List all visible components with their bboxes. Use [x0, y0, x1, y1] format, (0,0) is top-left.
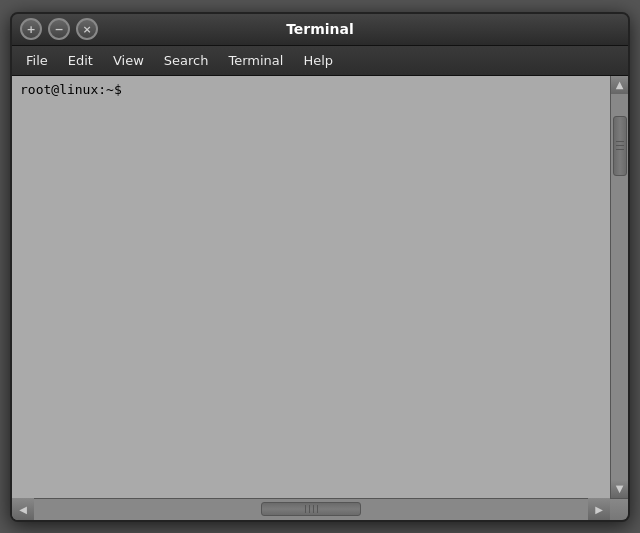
grip-line-2 [616, 145, 624, 146]
scroll-up-button[interactable]: ▲ [611, 76, 629, 94]
scroll-right-button[interactable]: ▶ [588, 498, 610, 520]
terminal-window: + − × Terminal File Edit View Search Ter… [10, 12, 630, 522]
vertical-scrollbar: ▲ ▼ [610, 76, 628, 498]
minimize-button[interactable]: − [48, 18, 70, 40]
grip-line-3 [616, 149, 624, 150]
menu-view[interactable]: View [103, 49, 154, 72]
hgrip-line-3 [313, 505, 314, 513]
menu-help[interactable]: Help [293, 49, 343, 72]
scroll-down-button[interactable]: ▼ [611, 480, 629, 498]
hscroll-grip [305, 505, 318, 513]
menu-edit[interactable]: Edit [58, 49, 103, 72]
titlebar: + − × Terminal [12, 14, 628, 46]
terminal-prompt: root@linux:~$ [20, 82, 122, 97]
grip-line-1 [616, 141, 624, 142]
hgrip-line-4 [317, 505, 318, 513]
hscroll-track[interactable] [34, 499, 588, 520]
add-button[interactable]: + [20, 18, 42, 40]
menubar: File Edit View Search Terminal Help [12, 46, 628, 76]
vscroll-thumb[interactable] [613, 116, 627, 176]
vscroll-grip [616, 136, 624, 156]
hscroll-thumb[interactable] [261, 502, 361, 516]
terminal-content[interactable]: root@linux:~$ [12, 76, 610, 498]
prompt-line: root@linux:~$ [20, 82, 602, 97]
close-button[interactable]: × [76, 18, 98, 40]
menu-search[interactable]: Search [154, 49, 219, 72]
menu-terminal[interactable]: Terminal [218, 49, 293, 72]
window-title: Terminal [100, 21, 540, 37]
menu-file[interactable]: File [16, 49, 58, 72]
main-area: root@linux:~$ ▲ ▼ [12, 76, 628, 498]
hgrip-line-2 [309, 505, 310, 513]
scroll-left-button[interactable]: ◀ [12, 498, 34, 520]
horizontal-scrollbar: ◀ ▶ [12, 498, 628, 520]
vscroll-track[interactable] [611, 94, 628, 480]
hgrip-line-1 [305, 505, 306, 513]
